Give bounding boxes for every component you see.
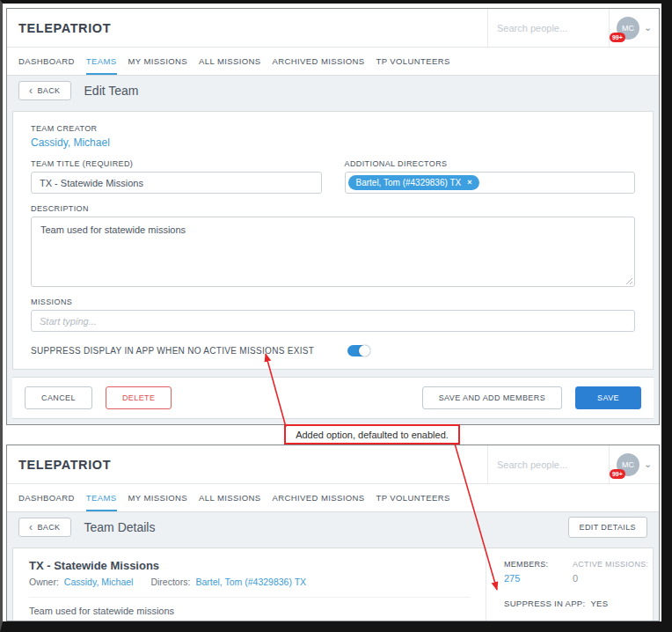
team-details-screenshot: TELEPATRIOT MC 99+ ⌄ DASHBOARD TEAMS MY … [6,445,660,621]
missions-input[interactable] [31,310,635,332]
team-description: Team used for statewide missions [29,597,470,616]
nav-item-teams[interactable]: TEAMS [86,48,117,75]
director-tag: Bartel, Tom (#4329836) TX × [348,175,480,190]
director-tag-text: Bartel, Tom (#4329836) TX [356,178,462,187]
suppress-toggle-label: SUPPRESS DISPLAY IN APP WHEN NO ACTIVE M… [31,346,314,356]
active-missions-label: ACTIVE MISSIONS: [573,560,648,569]
search-box [487,445,609,483]
stats-row: MEMBERS: 275 ACTIVE MISSIONS: 0 [504,560,653,584]
avatar-wrap: MC 99+ [617,17,639,40]
nav-item-tp-volunteers[interactable]: TP VOLUNTEERS [376,484,450,511]
remove-tag-icon[interactable]: × [467,179,471,187]
nav-item-my-missions[interactable]: MY MISSIONS [128,484,188,511]
members-label: MEMBERS: [504,560,573,569]
description-field: DESCRIPTION Team used for statewide miss… [31,204,635,287]
nav-item-all-missions[interactable]: ALL MISSIONS [199,484,260,511]
team-title-label: TEAM TITLE (REQUIRED) [31,159,322,168]
chevron-left-icon: ‹ [29,524,33,531]
composite-image: TELEPATRIOT MC 99+ ⌄ DASHBOARD TEAMS MY … [0,0,672,632]
app-header: TELEPATRIOT MC 99+ ⌄ [7,445,659,484]
user-menu[interactable]: MC 99+ ⌄ [609,445,659,483]
edit-team-screenshot: TELEPATRIOT MC 99+ ⌄ DASHBOARD TEAMS MY … [6,8,660,425]
form-actions-bar: CANCEL DELETE SAVE AND ADD MEMBERS SAVE [12,377,654,419]
title-directors-row: TEAM TITLE (REQUIRED) ADDITIONAL DIRECTO… [31,159,635,194]
chevron-down-icon[interactable]: ⌄ [644,459,652,469]
search-input[interactable] [497,459,598,470]
search-box [487,9,609,47]
textarea-resize-handle[interactable] [625,277,633,285]
nav-item-dashboard[interactable]: DASHBOARD [18,484,75,511]
chevron-down-icon[interactable]: ⌄ [644,23,652,33]
edit-team-toolbar: ‹ BACK Edit Team [7,76,659,106]
chevron-left-icon: ‹ [29,87,33,94]
app-logo: TELEPATRIOT [7,9,487,47]
save-and-add-members-button[interactable]: SAVE AND ADD MEMBERS [422,386,562,409]
members-count-link[interactable]: 275 [504,573,573,584]
director-link[interactable]: Bartel, Tom (#4329836) TX [195,577,306,587]
suppress-in-app-line: SUPPRESS IN APP: YES [504,599,653,608]
nav-item-teams[interactable]: TEAMS [86,484,117,511]
missions-label: MISSIONS [31,298,635,306]
team-creator-link[interactable]: Cassidy, Michael [31,136,635,149]
edit-team-body: TEAM CREATOR Cassidy, Michael TEAM TITLE… [7,106,659,424]
back-button[interactable]: ‹ BACK [18,518,71,537]
nav-item-archived-missions[interactable]: ARCHIVED MISSIONS [273,48,365,75]
spacer [138,577,145,587]
suppress-toggle-row: SUPPRESS DISPLAY IN APP WHEN NO ACTIVE M… [31,345,635,356]
additional-directors-label: ADDITIONAL DIRECTORS [345,159,636,168]
page-title: Team Details [84,520,156,534]
cancel-button[interactable]: CANCEL [25,386,92,409]
team-details-card: TX - Statewide Missions Owner: Cassidy, … [12,547,654,621]
back-label: BACK [37,86,60,95]
search-input[interactable] [497,23,598,33]
team-title-input[interactable] [31,172,322,194]
suppress-label: SUPPRESS IN APP: [504,599,585,608]
directors-label: Directors: [150,577,190,587]
team-name: TX - Statewide Missions [29,559,470,572]
team-creator-label: TEAM CREATOR [31,124,635,133]
main-nav: DASHBOARD TEAMS MY MISSIONS ALL MISSIONS… [7,484,659,512]
nav-item-tp-volunteers[interactable]: TP VOLUNTEERS [376,48,450,75]
toggle-knob [359,345,370,356]
back-button[interactable]: ‹ BACK [18,81,71,100]
app-header: TELEPATRIOT MC 99+ ⌄ [7,9,659,48]
edit-team-card: TEAM CREATOR Cassidy, Michael TEAM TITLE… [12,111,654,370]
missions-field: MISSIONS [31,298,635,332]
page-title: Edit Team [84,84,139,98]
team-details-body: TX - Statewide Missions Owner: Cassidy, … [7,542,659,621]
avatar-wrap: MC 99+ [617,453,639,476]
members-stat: MEMBERS: 275 [504,560,573,584]
owner-label: Owner: [29,577,59,587]
nav-item-my-missions[interactable]: MY MISSIONS [128,48,188,75]
team-stats-section: MEMBERS: 275 ACTIVE MISSIONS: 0 SUPPRESS… [486,548,653,621]
owner-link[interactable]: Cassidy, Michael [64,577,134,587]
app-logo: TELEPATRIOT [7,445,487,483]
edit-details-button[interactable]: EDIT DETAILS [568,517,647,538]
owner-directors-line: Owner: Cassidy, Michael Directors: Barte… [29,577,470,587]
team-details-toolbar: ‹ BACK Team Details EDIT DETAILS [7,512,659,542]
active-missions-stat: ACTIVE MISSIONS: 0 [573,560,648,584]
description-label: DESCRIPTION [31,204,635,213]
nav-item-archived-missions[interactable]: ARCHIVED MISSIONS [273,484,365,511]
team-info-section: TX - Statewide Missions Owner: Cassidy, … [13,548,486,621]
active-missions-count: 0 [573,573,648,584]
nav-item-all-missions[interactable]: ALL MISSIONS [199,48,260,75]
suppress-toggle[interactable] [347,345,370,356]
delete-button[interactable]: DELETE [106,386,172,409]
nav-item-dashboard[interactable]: DASHBOARD [18,48,75,75]
directors-tag-input[interactable]: Bartel, Tom (#4329836) TX × [345,172,636,194]
main-nav: DASHBOARD TEAMS MY MISSIONS ALL MISSIONS… [7,48,659,76]
additional-directors-col: ADDITIONAL DIRECTORS Bartel, Tom (#43298… [345,159,636,194]
user-menu[interactable]: MC 99+ ⌄ [609,9,659,47]
back-label: BACK [37,523,60,532]
notification-badge: 99+ [610,33,625,42]
annotation-callout: Added option, defaulted to enabled. [284,424,460,445]
team-title-col: TEAM TITLE (REQUIRED) [31,159,322,194]
notification-badge: 99+ [610,469,625,479]
description-textarea[interactable]: Team used for statewide missions [31,217,635,287]
save-button[interactable]: SAVE [575,386,641,409]
suppress-value: YES [590,599,608,608]
